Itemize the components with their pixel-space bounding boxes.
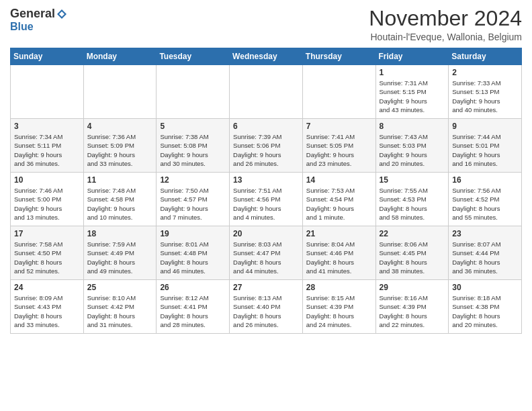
day-cell: 13Sunrise: 7:51 AM Sunset: 4:56 PM Dayli… bbox=[230, 173, 303, 226]
day-info: Sunrise: 7:56 AM Sunset: 4:52 PM Dayligh… bbox=[452, 186, 518, 222]
title-block: November 2024 Houtain-l'Eveque, Wallonia… bbox=[369, 7, 522, 42]
day-cell: 2Sunrise: 7:33 AM Sunset: 5:13 PM Daylig… bbox=[449, 65, 522, 119]
page: General Blue November 2024 Houtain-l'Eve… bbox=[0, 0, 532, 411]
day-info: Sunrise: 7:59 AM Sunset: 4:49 PM Dayligh… bbox=[87, 240, 153, 275]
col-header-sunday: Sunday bbox=[11, 48, 84, 65]
day-cell: 25Sunrise: 8:10 AM Sunset: 4:42 PM Dayli… bbox=[83, 280, 157, 334]
header: General Blue November 2024 Houtain-l'Eve… bbox=[10, 7, 522, 42]
day-cell: 19Sunrise: 8:01 AM Sunset: 4:48 PM Dayli… bbox=[157, 226, 230, 280]
month-title: November 2024 bbox=[369, 7, 522, 30]
day-number: 26 bbox=[160, 283, 226, 292]
day-cell: 14Sunrise: 7:53 AM Sunset: 4:54 PM Dayli… bbox=[302, 173, 375, 226]
day-info: Sunrise: 8:16 AM Sunset: 4:39 PM Dayligh… bbox=[380, 293, 445, 329]
day-number: 14 bbox=[306, 175, 372, 185]
day-number: 15 bbox=[380, 175, 445, 185]
col-header-monday: Monday bbox=[83, 48, 157, 65]
day-cell: 1Sunrise: 7:31 AM Sunset: 5:15 PM Daylig… bbox=[375, 65, 449, 119]
day-number: 25 bbox=[87, 283, 153, 292]
day-info: Sunrise: 8:01 AM Sunset: 4:48 PM Dayligh… bbox=[160, 240, 226, 275]
day-cell: 21Sunrise: 8:04 AM Sunset: 4:46 PM Dayli… bbox=[302, 226, 375, 280]
day-info: Sunrise: 7:43 AM Sunset: 5:03 PM Dayligh… bbox=[380, 132, 445, 168]
day-info: Sunrise: 7:38 AM Sunset: 5:08 PM Dayligh… bbox=[160, 132, 226, 168]
day-number: 9 bbox=[452, 122, 518, 131]
day-number: 10 bbox=[14, 175, 80, 185]
day-cell bbox=[157, 65, 230, 119]
day-cell: 29Sunrise: 8:16 AM Sunset: 4:39 PM Dayli… bbox=[375, 280, 449, 334]
col-header-thursday: Thursday bbox=[302, 48, 375, 65]
day-info: Sunrise: 7:34 AM Sunset: 5:11 PM Dayligh… bbox=[14, 132, 80, 168]
day-info: Sunrise: 7:48 AM Sunset: 4:58 PM Dayligh… bbox=[87, 186, 153, 222]
day-info: Sunrise: 8:06 AM Sunset: 4:45 PM Dayligh… bbox=[380, 240, 445, 275]
day-info: Sunrise: 7:55 AM Sunset: 4:53 PM Dayligh… bbox=[380, 186, 445, 222]
week-row-0: 1Sunrise: 7:31 AM Sunset: 5:15 PM Daylig… bbox=[11, 65, 522, 119]
day-number: 30 bbox=[452, 283, 518, 292]
day-number: 22 bbox=[380, 229, 445, 238]
day-info: Sunrise: 7:33 AM Sunset: 5:13 PM Dayligh… bbox=[452, 79, 518, 114]
day-info: Sunrise: 7:53 AM Sunset: 4:54 PM Dayligh… bbox=[306, 186, 372, 222]
day-number: 16 bbox=[452, 175, 518, 185]
day-cell: 17Sunrise: 7:58 AM Sunset: 4:50 PM Dayli… bbox=[11, 226, 84, 280]
day-info: Sunrise: 8:03 AM Sunset: 4:47 PM Dayligh… bbox=[233, 240, 299, 275]
day-info: Sunrise: 7:51 AM Sunset: 4:56 PM Dayligh… bbox=[233, 186, 299, 222]
day-info: Sunrise: 7:50 AM Sunset: 4:57 PM Dayligh… bbox=[160, 186, 226, 222]
day-cell: 22Sunrise: 8:06 AM Sunset: 4:45 PM Dayli… bbox=[375, 226, 449, 280]
day-info: Sunrise: 8:18 AM Sunset: 4:38 PM Dayligh… bbox=[452, 293, 518, 329]
day-info: Sunrise: 8:13 AM Sunset: 4:40 PM Dayligh… bbox=[233, 293, 299, 329]
day-number: 17 bbox=[14, 229, 80, 238]
day-number: 1 bbox=[380, 68, 445, 77]
col-header-friday: Friday bbox=[375, 48, 449, 65]
day-cell: 26Sunrise: 8:12 AM Sunset: 4:41 PM Dayli… bbox=[157, 280, 230, 334]
day-number: 6 bbox=[233, 122, 299, 131]
day-cell: 18Sunrise: 7:59 AM Sunset: 4:49 PM Dayli… bbox=[83, 226, 157, 280]
week-row-2: 10Sunrise: 7:46 AM Sunset: 5:00 PM Dayli… bbox=[11, 173, 522, 226]
day-cell: 11Sunrise: 7:48 AM Sunset: 4:58 PM Dayli… bbox=[83, 173, 157, 226]
day-info: Sunrise: 8:10 AM Sunset: 4:42 PM Dayligh… bbox=[87, 293, 153, 329]
day-cell bbox=[11, 65, 84, 119]
logo: General Blue bbox=[10, 7, 68, 33]
day-cell: 9Sunrise: 7:44 AM Sunset: 5:01 PM Daylig… bbox=[449, 119, 522, 173]
day-cell bbox=[302, 65, 375, 119]
day-number: 13 bbox=[233, 175, 299, 185]
day-cell: 7Sunrise: 7:41 AM Sunset: 5:05 PM Daylig… bbox=[302, 119, 375, 173]
day-number: 2 bbox=[452, 68, 518, 77]
week-row-3: 17Sunrise: 7:58 AM Sunset: 4:50 PM Dayli… bbox=[11, 226, 522, 280]
day-info: Sunrise: 7:44 AM Sunset: 5:01 PM Dayligh… bbox=[452, 132, 518, 168]
day-number: 5 bbox=[160, 122, 226, 131]
day-info: Sunrise: 7:58 AM Sunset: 4:50 PM Dayligh… bbox=[14, 240, 80, 275]
logo-general-text: General bbox=[10, 7, 55, 21]
day-cell: 12Sunrise: 7:50 AM Sunset: 4:57 PM Dayli… bbox=[157, 173, 230, 226]
day-number: 29 bbox=[380, 283, 445, 292]
location: Houtain-l'Eveque, Wallonia, Belgium bbox=[369, 32, 522, 42]
day-number: 27 bbox=[233, 283, 299, 292]
day-number: 23 bbox=[452, 229, 518, 238]
week-row-4: 24Sunrise: 8:09 AM Sunset: 4:43 PM Dayli… bbox=[11, 280, 522, 334]
day-info: Sunrise: 7:31 AM Sunset: 5:15 PM Dayligh… bbox=[380, 79, 445, 114]
col-header-saturday: Saturday bbox=[449, 48, 522, 65]
day-cell: 16Sunrise: 7:56 AM Sunset: 4:52 PM Dayli… bbox=[449, 173, 522, 226]
day-number: 3 bbox=[14, 122, 80, 131]
week-row-1: 3Sunrise: 7:34 AM Sunset: 5:11 PM Daylig… bbox=[11, 119, 522, 173]
day-info: Sunrise: 8:09 AM Sunset: 4:43 PM Dayligh… bbox=[14, 293, 80, 329]
day-cell: 4Sunrise: 7:36 AM Sunset: 5:09 PM Daylig… bbox=[83, 119, 157, 173]
logo-blue-text: Blue bbox=[10, 21, 34, 32]
day-number: 20 bbox=[233, 229, 299, 238]
day-cell: 6Sunrise: 7:39 AM Sunset: 5:06 PM Daylig… bbox=[230, 119, 303, 173]
day-cell: 15Sunrise: 7:55 AM Sunset: 4:53 PM Dayli… bbox=[375, 173, 449, 226]
day-info: Sunrise: 7:46 AM Sunset: 5:00 PM Dayligh… bbox=[14, 186, 80, 222]
day-cell: 8Sunrise: 7:43 AM Sunset: 5:03 PM Daylig… bbox=[375, 119, 449, 173]
calendar: SundayMondayTuesdayWednesdayThursdayFrid… bbox=[10, 48, 522, 334]
day-info: Sunrise: 8:07 AM Sunset: 4:44 PM Dayligh… bbox=[452, 240, 518, 275]
day-info: Sunrise: 8:12 AM Sunset: 4:41 PM Dayligh… bbox=[160, 293, 226, 329]
day-cell: 27Sunrise: 8:13 AM Sunset: 4:40 PM Dayli… bbox=[230, 280, 303, 334]
day-info: Sunrise: 8:15 AM Sunset: 4:39 PM Dayligh… bbox=[306, 293, 372, 329]
day-cell: 5Sunrise: 7:38 AM Sunset: 5:08 PM Daylig… bbox=[157, 119, 230, 173]
col-header-tuesday: Tuesday bbox=[157, 48, 230, 65]
day-cell bbox=[230, 65, 303, 119]
day-cell: 20Sunrise: 8:03 AM Sunset: 4:47 PM Dayli… bbox=[230, 226, 303, 280]
day-cell: 10Sunrise: 7:46 AM Sunset: 5:00 PM Dayli… bbox=[11, 173, 84, 226]
day-info: Sunrise: 7:36 AM Sunset: 5:09 PM Dayligh… bbox=[87, 132, 153, 168]
day-cell: 23Sunrise: 8:07 AM Sunset: 4:44 PM Dayli… bbox=[449, 226, 522, 280]
day-number: 11 bbox=[87, 175, 153, 185]
day-cell: 28Sunrise: 8:15 AM Sunset: 4:39 PM Dayli… bbox=[302, 280, 375, 334]
day-info: Sunrise: 8:04 AM Sunset: 4:46 PM Dayligh… bbox=[306, 240, 372, 275]
